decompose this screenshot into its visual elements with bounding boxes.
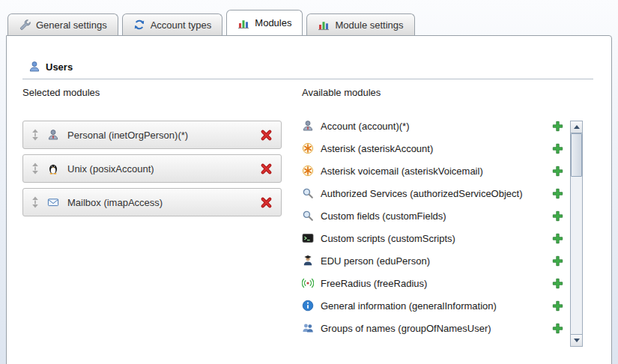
add-icon[interactable] xyxy=(552,210,563,222)
available-module-row-account: Account (account)(*) xyxy=(302,115,563,137)
add-icon[interactable] xyxy=(552,121,563,132)
available-module-label: Asterisk (asteriskAccount) xyxy=(321,143,545,154)
add-icon[interactable] xyxy=(552,143,563,154)
selected-module-row-personal[interactable]: Personal (inetOrgPerson)(*) xyxy=(22,121,282,149)
arrow-up-icon xyxy=(574,125,580,129)
scroll-up-button[interactable] xyxy=(571,121,582,133)
tab-bar: General settings Account types Modules M… xyxy=(7,10,415,35)
available-module-label: Custom scripts (customScripts) xyxy=(321,233,545,244)
add-icon[interactable] xyxy=(552,188,563,199)
add-icon[interactable] xyxy=(552,233,563,244)
magnifier-icon xyxy=(302,210,314,222)
person-icon xyxy=(47,129,59,141)
person-icon xyxy=(302,120,314,132)
add-icon[interactable] xyxy=(552,278,563,289)
selected-module-label: Mailbox (imapAccess) xyxy=(67,197,163,208)
asterisk-icon xyxy=(302,142,314,154)
group-icon xyxy=(302,322,314,334)
wrench-icon xyxy=(19,19,31,31)
sync-icon xyxy=(133,19,145,31)
selected-module-row-mailbox[interactable]: Mailbox (imapAccess) xyxy=(22,188,282,216)
selected-modules-title: Selected modules xyxy=(22,87,282,98)
delete-icon[interactable] xyxy=(260,196,273,209)
available-module-label: General information (generalInformation) xyxy=(321,300,545,312)
modules-panel: Users Selected modules Personal (inetOrg… xyxy=(6,35,612,364)
penguin-icon xyxy=(47,163,59,175)
available-module-label: EDU person (eduPerson) xyxy=(321,255,545,267)
add-icon[interactable] xyxy=(552,255,563,267)
scrollbar-thumb[interactable] xyxy=(571,133,582,177)
delete-icon[interactable] xyxy=(260,163,273,175)
available-module-label: Asterisk voicemail (asteriskVoicemail) xyxy=(321,166,545,177)
available-module-label: FreeRadius (freeRadius) xyxy=(321,278,545,289)
drag-handle-icon[interactable] xyxy=(31,196,39,208)
tab-module-settings[interactable]: Module settings xyxy=(306,13,414,35)
users-section-header: Users xyxy=(22,61,593,79)
available-module-label: Custom fields (customFields) xyxy=(321,210,545,222)
user-icon xyxy=(28,61,40,73)
drag-handle-icon[interactable] xyxy=(31,163,39,175)
info-icon xyxy=(302,300,314,312)
delete-icon[interactable] xyxy=(260,129,273,142)
asterisk-icon xyxy=(302,165,314,177)
add-icon[interactable] xyxy=(552,300,563,312)
magnifier-icon xyxy=(302,187,314,199)
antenna-icon xyxy=(302,277,314,289)
chart-icon xyxy=(318,19,330,31)
available-module-row-general-information: General information (generalInformation) xyxy=(302,294,563,317)
available-module-row-freeradius: FreeRadius (freeRadius) xyxy=(302,272,563,294)
arrow-down-icon xyxy=(574,339,580,342)
selected-module-label: Personal (inetOrgPerson)(*) xyxy=(67,130,188,141)
tab-general-settings[interactable]: General settings xyxy=(7,13,118,35)
available-module-row-authorized-services: Authorized Services (authorizedServiceOb… xyxy=(302,182,563,204)
selected-module-row-unix[interactable]: Unix (posixAccount) xyxy=(22,154,282,183)
selected-module-label: Unix (posixAccount) xyxy=(67,163,154,175)
tab-label: Account types xyxy=(151,19,212,31)
available-module-row-groups-of-names: Groups of names (groupOfNamesUser) xyxy=(302,317,563,339)
tab-label: Modules xyxy=(255,17,291,28)
selected-modules-column: Selected modules Personal (inetOrgPerson… xyxy=(22,87,282,222)
available-module-row-custom-scripts: Custom scripts (customScripts) xyxy=(302,227,563,249)
envelope-icon xyxy=(47,196,59,208)
drag-handle-icon[interactable] xyxy=(31,129,39,141)
section-title: Users xyxy=(46,61,73,73)
available-module-label: Account (account)(*) xyxy=(321,121,545,132)
available-modules-column: Available modules Account (account)(*) A… xyxy=(302,87,563,339)
available-module-row-asterisk: Asterisk (asteriskAccount) xyxy=(302,137,563,160)
scroll-down-button[interactable] xyxy=(571,334,582,346)
chart-icon xyxy=(237,17,249,29)
available-module-label: Authorized Services (authorizedServiceOb… xyxy=(321,188,545,199)
terminal-icon xyxy=(302,232,314,244)
add-icon[interactable] xyxy=(552,323,563,334)
available-module-row-asterisk-voicemail: Asterisk voicemail (asteriskVoicemail) xyxy=(302,160,563,182)
tab-label: Module settings xyxy=(335,19,403,31)
available-module-label: Groups of names (groupOfNamesUser) xyxy=(321,323,545,334)
available-module-row-edu-person: EDU person (eduPerson) xyxy=(302,249,563,272)
tab-modules[interactable]: Modules xyxy=(226,10,303,35)
available-modules-title: Available modules xyxy=(302,87,563,98)
available-module-row-custom-fields: Custom fields (customFields) xyxy=(302,204,563,227)
available-modules-scrollbar[interactable] xyxy=(570,121,583,347)
student-icon xyxy=(302,255,314,267)
add-icon[interactable] xyxy=(552,166,563,177)
tab-account-types[interactable]: Account types xyxy=(122,13,223,35)
tab-label: General settings xyxy=(36,19,107,31)
